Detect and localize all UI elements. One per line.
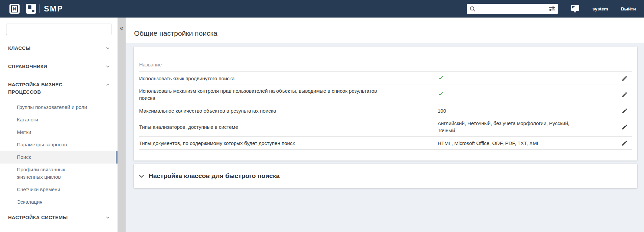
table-row: Типы документов, по содержимому которых … [139, 137, 632, 150]
sidebar-section-header[interactable]: НАСТРОЙКА БИЗНЕС-ПРОЦЕССОВ [0, 76, 118, 101]
pencil-icon [621, 140, 628, 146]
setting-label: Использовать механизм контроля прав поль… [139, 87, 382, 102]
global-search [467, 4, 558, 14]
edit-button[interactable] [617, 74, 632, 82]
sidebar-item[interactable]: Параметры запросов [0, 139, 118, 151]
sidebar: КЛАССЫ СПРАВОЧНИКИ НАСТРОЙКА БИЗНЕС-ПРОЦ… [0, 18, 118, 232]
section-title: Настройка классов для быстрого поиска [149, 172, 280, 180]
naumen-mark-icon [26, 4, 36, 14]
naumen-n-logo-icon: N [9, 4, 20, 14]
table-header-name: Название [139, 47, 632, 72]
setting-value: Английский, Неточный, без учета морфолог… [438, 120, 573, 134]
edit-button[interactable] [617, 90, 632, 98]
sidebar-section-header[interactable]: КЛАССЫ [0, 39, 118, 57]
setting-label: Типы документов, по содержимому которых … [139, 140, 382, 147]
sidebar-item[interactable]: Каталоги [0, 114, 118, 126]
table-row: Использовать механизм контроля прав поль… [139, 85, 632, 104]
collapse-sidebar-icon[interactable]: « [118, 24, 126, 31]
sidebar-item[interactable]: Группы пользователей и роли [0, 101, 118, 114]
check-icon [438, 90, 444, 97]
pencil-icon [621, 75, 628, 82]
current-user[interactable]: system [592, 6, 608, 11]
chevron-down-icon [106, 216, 109, 219]
brand-title: SMP [44, 4, 63, 13]
edit-button[interactable] [617, 139, 632, 147]
setting-label: Типы анализаторов, доступные в системе [139, 123, 382, 130]
main-area: Общие настройки поиска Название Использо… [126, 18, 644, 232]
search-filter-icon[interactable] [548, 5, 555, 12]
setting-label: Использовать язык продвинутого поиска [139, 75, 382, 82]
quick-search-classes-card[interactable]: Настройка классов для быстрого поиска [134, 164, 637, 188]
search-icon [469, 6, 475, 12]
sidebar-item[interactable]: Метки [0, 126, 118, 139]
table-row: Использовать язык продвинутого поиска [139, 72, 632, 85]
sidebar-collapse-strip[interactable]: « [118, 18, 126, 232]
check-icon [438, 74, 444, 81]
chevron-down-icon [106, 84, 109, 86]
divider [23, 4, 23, 13]
table-row: Максимальное количество объектов в резул… [139, 104, 632, 117]
setting-value: 100 [438, 107, 573, 114]
sidebar-section-header[interactable]: СПРАВОЧНИКИ [0, 57, 118, 76]
setting-value: HTML, Microsoft Office, ODF, PDF, TXT, X… [438, 140, 573, 147]
sidebar-item[interactable]: Эскалация [0, 196, 118, 208]
setting-label: Максимальное количество объектов в резул… [139, 107, 382, 114]
interface-monitor-icon[interactable] [571, 4, 579, 13]
settings-table: Использовать язык продвинутого поиска Ис… [139, 72, 632, 150]
logout-button[interactable]: Выйти [621, 6, 636, 11]
pencil-icon [621, 124, 628, 130]
sidebar-item[interactable]: Поиск [0, 151, 118, 164]
sidebar-item[interactable]: Счетчики времени [0, 183, 118, 196]
chevron-down-icon [106, 65, 109, 67]
content: Название Использовать язык продвинутого … [126, 43, 644, 232]
sidebar-item[interactable]: Профили связанных жизненных циклов [0, 164, 118, 183]
topbar: N SMP [0, 0, 644, 18]
pencil-icon [621, 108, 628, 114]
sidebar-search-input[interactable] [6, 24, 111, 35]
sidebar-section-header[interactable]: НАСТРОЙКА СИСТЕМЫ [0, 208, 118, 227]
edit-button[interactable] [617, 123, 632, 131]
page-header: Общие настройки поиска [126, 18, 644, 43]
sidebar-nav: КЛАССЫ СПРАВОЧНИКИ НАСТРОЙКА БИЗНЕС-ПРОЦ… [0, 35, 118, 227]
setting-value [438, 90, 573, 98]
general-search-settings-card: Название Использовать язык продвинутого … [134, 47, 637, 161]
pencil-icon [621, 91, 628, 98]
table-row: Типы анализаторов, доступные в системе А… [139, 117, 632, 137]
chevron-down-icon[interactable] [139, 175, 144, 178]
page-title: Общие настройки поиска [134, 29, 217, 37]
divider [39, 4, 40, 13]
global-search-input[interactable] [478, 6, 546, 12]
brand: N SMP [9, 4, 63, 14]
chevron-down-icon [106, 47, 109, 49]
edit-button[interactable] [617, 107, 632, 115]
setting-value [438, 74, 573, 82]
